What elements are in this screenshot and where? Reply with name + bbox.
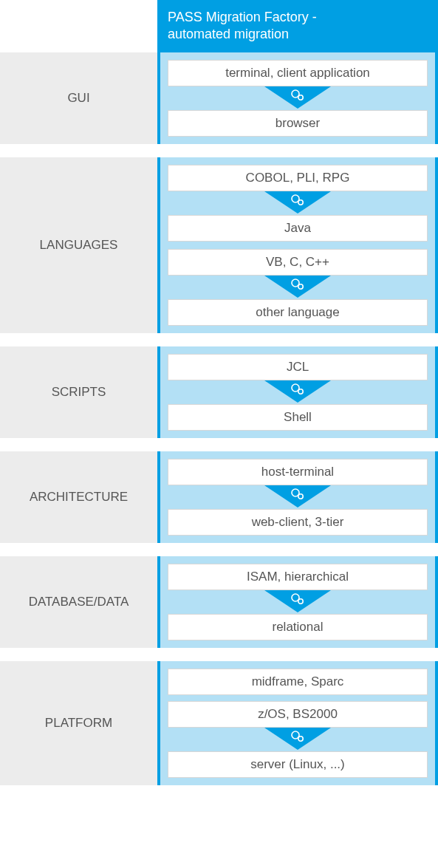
section-inner: ISAM, hierarchical relational <box>160 556 435 648</box>
source-box: JCL <box>168 354 428 380</box>
source-box: VB, C, C++ <box>168 249 428 276</box>
section-label: LANGUAGES <box>0 157 157 333</box>
section-architecture: ARCHITECTUREhost-terminal web-client, 3-… <box>0 451 438 543</box>
section-label: PLATFORM <box>0 661 157 785</box>
target-box: Shell <box>168 404 428 431</box>
section-content: terminal, client application browser <box>157 52 438 144</box>
migration-arrow-icon <box>264 728 331 751</box>
section-content: COBOL, PLI, RPG JavaVB, C, C++ other lan… <box>157 157 438 333</box>
header-line2: automated migration <box>168 26 428 43</box>
arrow <box>168 191 428 215</box>
header-line1: PASS Migration Factory - <box>168 9 428 26</box>
migration-group: midframe, Sparcz/OS, BS2000 server (Linu… <box>168 669 428 778</box>
section-inner: COBOL, PLI, RPG JavaVB, C, C++ other lan… <box>160 157 435 333</box>
arrow <box>168 380 428 404</box>
migration-group: JCL Shell <box>168 354 428 431</box>
arrow <box>168 485 428 509</box>
migration-arrow-icon <box>264 191 331 215</box>
section-label: DATABASE/DATA <box>0 556 157 648</box>
source-box: ISAM, hierarchical <box>168 564 428 590</box>
target-box: browser <box>168 110 428 137</box>
migration-group: COBOL, PLI, RPG Java <box>168 165 428 242</box>
arrow <box>168 728 428 751</box>
target-box: server (Linux, ...) <box>168 751 428 778</box>
migration-arrow-icon <box>264 590 331 614</box>
section-content: midframe, Sparcz/OS, BS2000 server (Linu… <box>157 661 438 785</box>
arrow <box>168 276 428 299</box>
section-label: SCRIPTS <box>0 346 157 438</box>
source-box: host-terminal <box>168 459 428 485</box>
section-scripts: SCRIPTSJCL Shell <box>0 346 438 438</box>
section-content: host-terminal web-client, 3-tier <box>157 451 438 543</box>
section-inner: JCL Shell <box>160 346 435 438</box>
section-label: GUI <box>0 52 157 144</box>
migration-group: host-terminal web-client, 3-tier <box>168 459 428 536</box>
arrow <box>168 86 428 110</box>
header: PASS Migration Factory - automated migra… <box>157 0 438 52</box>
migration-arrow-icon <box>264 380 331 404</box>
migration-group: terminal, client application browser <box>168 60 428 137</box>
target-box: Java <box>168 215 428 242</box>
migration-group: ISAM, hierarchical relational <box>168 564 428 640</box>
section-languages: LANGUAGESCOBOL, PLI, RPG JavaVB, C, C++ … <box>0 157 438 333</box>
migration-arrow-icon <box>264 86 331 110</box>
section-platform: PLATFORMmidframe, Sparcz/OS, BS2000 serv… <box>0 661 438 785</box>
section-inner: midframe, Sparcz/OS, BS2000 server (Linu… <box>160 661 435 785</box>
section-inner: terminal, client application browser <box>160 52 435 144</box>
source-box: terminal, client application <box>168 60 428 86</box>
section-database-data: DATABASE/DATAISAM, hierarchical relation… <box>0 556 438 648</box>
source-box: COBOL, PLI, RPG <box>168 165 428 191</box>
target-box: web-client, 3-tier <box>168 509 428 536</box>
target-box: other language <box>168 299 428 326</box>
migration-arrow-icon <box>264 485 331 509</box>
source-box: z/OS, BS2000 <box>168 701 428 728</box>
section-label: ARCHITECTURE <box>0 451 157 543</box>
source-box: midframe, Sparc <box>168 669 428 695</box>
section-gui: GUIterminal, client application browser <box>0 52 438 144</box>
migration-arrow-icon <box>264 276 331 299</box>
section-content: ISAM, hierarchical relational <box>157 556 438 648</box>
section-content: JCL Shell <box>157 346 438 438</box>
migration-group: VB, C, C++ other language <box>168 249 428 326</box>
section-inner: host-terminal web-client, 3-tier <box>160 451 435 543</box>
target-box: relational <box>168 614 428 640</box>
arrow <box>168 590 428 614</box>
